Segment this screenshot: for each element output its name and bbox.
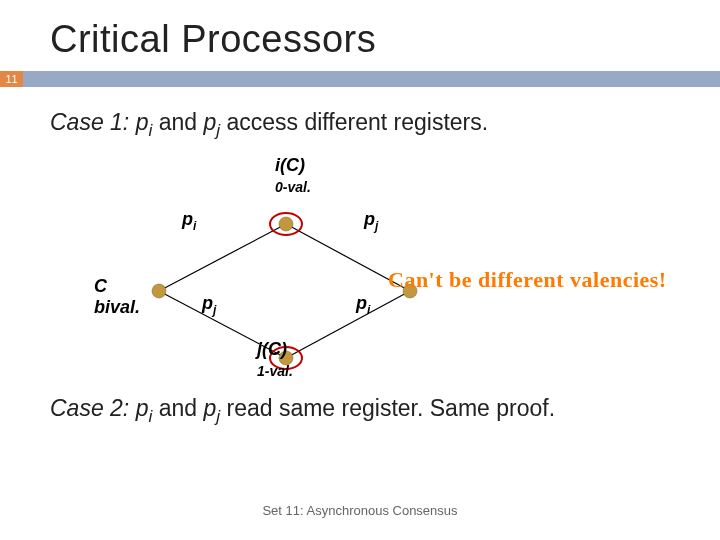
case2-text: Case 2: pi and pj read same register. Sa… xyxy=(50,395,670,427)
pi-p: p xyxy=(182,209,193,229)
c-line2: bival. xyxy=(94,297,140,318)
accent-bar-row: 11 xyxy=(0,71,720,87)
pj2-p: p xyxy=(202,293,213,313)
pj2-sub: j xyxy=(213,302,216,316)
pi-sub: i xyxy=(193,218,196,232)
c-line1: C xyxy=(94,276,107,296)
bot-line2: 1-val. xyxy=(257,363,293,379)
diagram: i(C) 0-val. pi pj C bival. pj pi j(C) xyxy=(50,151,670,391)
case1-pj: p xyxy=(203,109,216,135)
footer-text: Set 11: Asynchronous Consensus xyxy=(0,503,720,518)
case1-text: Case 1: pi and pj access different regis… xyxy=(50,109,670,141)
bottom-node-label: j(C) 1-val. xyxy=(257,339,293,381)
edge-pj-label: pj xyxy=(364,209,378,233)
accent-bar xyxy=(23,71,720,87)
pj-sub: j xyxy=(375,218,378,232)
bot-line1: j(C) xyxy=(257,339,287,359)
case2-pi: p xyxy=(136,395,149,421)
slide: Critical Processors 11 Case 1: pi and pj… xyxy=(0,0,720,540)
svg-point-4 xyxy=(152,284,166,298)
case1-pi: p xyxy=(136,109,149,135)
case1-tail: access different registers. xyxy=(220,109,488,135)
top-node-line2: 0-val. xyxy=(275,179,311,195)
top-node-line1: i(C) xyxy=(275,155,305,175)
callout-text: Can't be different valencies! xyxy=(388,267,667,293)
case2-mid: and xyxy=(152,395,203,421)
case2-pj: p xyxy=(203,395,216,421)
page-number: 11 xyxy=(0,71,23,87)
pi2-sub: i xyxy=(367,302,370,316)
case2-tail: read same register. Same proof. xyxy=(220,395,555,421)
case1-prefix: Case 1: xyxy=(50,109,136,135)
left-node-label: C bival. xyxy=(94,276,140,318)
case1-mid: and xyxy=(152,109,203,135)
pj-p: p xyxy=(364,209,375,229)
content-area: Case 1: pi and pj access different regis… xyxy=(0,87,720,426)
pi2-p: p xyxy=(356,293,367,313)
svg-line-0 xyxy=(159,224,286,291)
top-node-label: i(C) 0-val. xyxy=(275,155,311,197)
edge-pi-label: pi xyxy=(182,209,196,233)
edge-pj2-label: pj xyxy=(202,293,216,317)
svg-line-2 xyxy=(286,291,410,358)
case2-prefix: Case 2: xyxy=(50,395,136,421)
svg-point-5 xyxy=(279,217,293,231)
slide-title: Critical Processors xyxy=(0,0,720,61)
edge-pi2-label: pi xyxy=(356,293,370,317)
